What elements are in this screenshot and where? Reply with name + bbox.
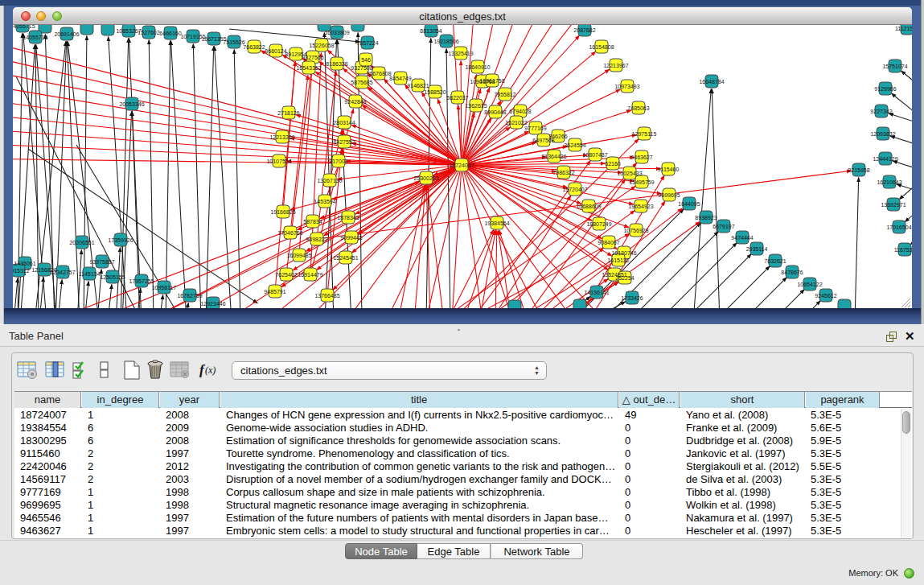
svg-text:11121509: 11121509: [895, 26, 912, 31]
svg-text:20691406: 20691406: [54, 31, 79, 37]
svg-text:20206551: 20206551: [69, 240, 94, 245]
svg-text:2718126: 2718126: [277, 110, 299, 116]
svg-text:5875685: 5875685: [351, 80, 372, 85]
svg-text:587834: 587834: [303, 219, 322, 225]
svg-text:18724007: 18724007: [449, 163, 474, 168]
svg-text:1362615: 1362615: [465, 103, 487, 109]
svg-text:546: 546: [361, 57, 371, 63]
svg-text:1588520: 1588520: [424, 89, 446, 95]
svg-text:12213369: 12213369: [269, 134, 294, 140]
svg-text:9245612: 9245612: [815, 293, 836, 299]
svg-text:12975115: 12975115: [632, 131, 657, 137]
svg-text:18640910: 18640910: [465, 64, 490, 70]
svg-text:15495759: 15495759: [629, 179, 654, 185]
svg-text:9129966: 9129966: [874, 86, 896, 92]
svg-text:2935114: 2935114: [746, 246, 768, 252]
svg-text:9474444: 9474444: [731, 235, 753, 241]
svg-text:16120746: 16120746: [611, 250, 636, 256]
svg-text:1435061: 1435061: [14, 261, 35, 266]
svg-text:9146821: 9146821: [407, 83, 429, 89]
svg-text:21364436: 21364436: [541, 154, 566, 159]
svg-text:18807249: 18807249: [586, 221, 611, 227]
svg-text:19218506: 19218506: [433, 39, 458, 44]
svg-text:15226058: 15226058: [309, 43, 334, 48]
svg-text:9099445: 9099445: [340, 235, 362, 241]
svg-text:10107554: 10107554: [266, 159, 291, 164]
svg-text:16961758: 16961758: [479, 78, 504, 84]
svg-text:6794028: 6794028: [509, 109, 531, 114]
svg-text:1733426: 1733426: [621, 295, 643, 301]
svg-text:6466160: 6466160: [159, 31, 181, 36]
svg-text:16914479: 16914479: [298, 272, 322, 278]
svg-text:9777169: 9777169: [524, 126, 546, 131]
svg-text:6679197: 6679197: [713, 224, 734, 229]
svg-text:12093832: 12093832: [870, 131, 895, 137]
svg-text:(x): (x): [205, 365, 216, 376]
svg-text:8990448: 8990448: [484, 109, 506, 115]
svg-text:917004: 917004: [329, 159, 347, 164]
svg-text:3915312: 3915312: [13, 268, 30, 274]
svg-text:10807487: 10807487: [582, 152, 607, 158]
svg-text:19654923: 19654923: [628, 204, 653, 209]
svg-text:9699695: 9699695: [658, 192, 680, 198]
svg-text:3624554: 3624554: [564, 142, 585, 148]
svg-text:1145134: 1145134: [79, 271, 101, 277]
svg-text:19166825: 19166825: [270, 209, 295, 215]
svg-text:14136141: 14136141: [584, 290, 609, 295]
svg-text:7986322: 7986322: [552, 170, 574, 175]
svg-text:1167534: 1167534: [894, 247, 912, 253]
svg-text:8478676: 8478676: [781, 270, 803, 275]
svg-text:7663822: 7663822: [243, 44, 265, 50]
svg-text:14055715: 14055715: [13, 25, 35, 29]
svg-text:9327506: 9327506: [302, 55, 323, 60]
svg-text:17359926: 17359926: [108, 237, 133, 243]
svg-text:13325419: 13325419: [448, 51, 473, 56]
svg-text:9084067: 9084067: [598, 240, 619, 245]
svg-text:12213967: 12213967: [603, 63, 628, 68]
svg-text:9242848: 9242848: [344, 99, 366, 105]
svg-text:17957255: 17957255: [129, 278, 154, 284]
svg-text:10654122: 10654122: [797, 282, 822, 287]
svg-text:17046766: 17046766: [277, 230, 302, 236]
svg-text:8660124: 8660124: [265, 48, 286, 54]
svg-text:16210643: 16210643: [877, 179, 901, 185]
svg-text:7625402: 7625402: [275, 272, 297, 278]
svg-text:8427552: 8427552: [333, 139, 355, 145]
svg-text:16782759: 16782759: [177, 293, 202, 299]
svg-text:7515526: 7515526: [223, 39, 244, 45]
svg-text:9498222: 9498222: [306, 237, 327, 242]
svg-text:9463627: 9463627: [630, 154, 652, 160]
svg-text:7857224: 7857224: [356, 40, 378, 46]
svg-text:15245451: 15245451: [333, 255, 358, 261]
svg-text:252254: 252254: [615, 275, 634, 281]
svg-text:1527602: 1527602: [138, 30, 159, 35]
svg-text:25300203: 25300203: [413, 175, 438, 181]
svg-text:9227342: 9227342: [870, 109, 892, 114]
svg-text:10958117: 10958117: [152, 285, 177, 290]
svg-text:7632621: 7632621: [764, 258, 786, 264]
svg-text:1453594: 1453594: [314, 199, 335, 204]
svg-text:20053346: 20053346: [119, 101, 144, 107]
svg-text:9327508: 9327508: [351, 65, 372, 71]
svg-text:7485063: 7485063: [627, 105, 649, 111]
svg-text:12505155: 12505155: [100, 274, 125, 280]
svg-text:9115460: 9115460: [658, 167, 680, 172]
svg-text:13766485: 13766485: [314, 293, 339, 299]
svg-text:7955812: 7955812: [494, 92, 515, 97]
svg-text:13267130: 13267130: [317, 178, 342, 183]
svg-text:62160: 62160: [605, 161, 621, 167]
svg-text:10973493: 10973493: [614, 84, 639, 89]
svg-text:16154808: 16154808: [589, 44, 614, 50]
svg-text:16648784: 16648784: [699, 79, 724, 84]
svg-text:2087682: 2087682: [573, 27, 595, 33]
svg-text:9485791: 9485791: [264, 289, 285, 295]
svg-text:5822037: 5822037: [446, 95, 468, 101]
svg-text:13692971: 13692971: [881, 202, 906, 208]
svg-text:8454749: 8454749: [389, 76, 411, 81]
svg-text:10756928: 10756928: [623, 228, 648, 233]
svg-text:16099485: 16099485: [286, 253, 311, 258]
svg-text:1878343: 1878343: [337, 215, 359, 220]
svg-text:6497568: 6497568: [532, 138, 554, 143]
svg-text:8215958: 8215958: [848, 167, 869, 173]
svg-text:1621022: 1621022: [505, 120, 527, 126]
